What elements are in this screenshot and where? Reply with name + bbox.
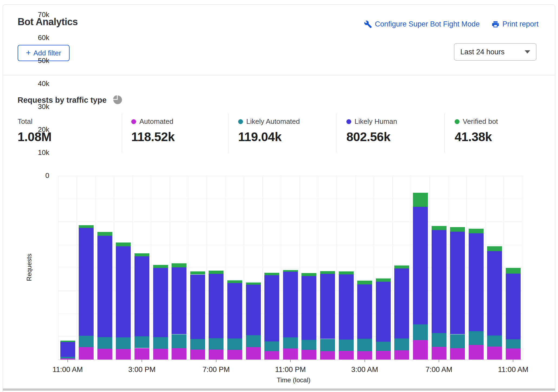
bar-segment-likely-automated[interactable] — [469, 331, 484, 345]
time-range-select[interactable]: Last 24 hours — [454, 43, 536, 61]
bar-segment-likely-human[interactable] — [487, 251, 502, 335]
bar-segment-verified-bot[interactable] — [339, 271, 354, 274]
bar-segment-verified-bot[interactable] — [172, 263, 186, 267]
bar-segment-likely-automated[interactable] — [339, 340, 354, 351]
bar-segment-likely-human[interactable] — [469, 233, 484, 331]
bar-segment-likely-human[interactable] — [227, 283, 242, 338]
bar-segment-automated[interactable] — [432, 347, 447, 360]
bar-segment-automated[interactable] — [153, 349, 168, 360]
bar-segment-verified-bot[interactable] — [506, 268, 521, 274]
bar-segment-verified-bot[interactable] — [227, 280, 242, 283]
bar-segment-likely-automated[interactable] — [283, 337, 298, 348]
bar-segment-verified-bot[interactable] — [283, 270, 298, 272]
bar-segment-likely-human[interactable] — [190, 275, 205, 339]
bar-segment-automated[interactable] — [394, 350, 409, 360]
bar-segment-likely-automated[interactable] — [301, 340, 316, 350]
bar-segment-verified-bot[interactable] — [264, 273, 279, 275]
bar-segment-automated[interactable] — [376, 351, 391, 360]
bar-segment-likely-automated[interactable] — [357, 339, 372, 351]
bar-segment-automated[interactable] — [264, 351, 279, 360]
bar-segment-automated[interactable] — [487, 347, 502, 360]
bar-segment-likely-human[interactable] — [376, 282, 391, 342]
bar-segment-likely-human[interactable] — [283, 272, 298, 337]
bar-segment-verified-bot[interactable] — [246, 283, 261, 285]
bar-segment-automated[interactable] — [339, 351, 354, 360]
bar-segment-verified-bot[interactable] — [469, 229, 484, 233]
bar-segment-likely-human[interactable] — [320, 274, 335, 339]
bar-segment-likely-human[interactable] — [301, 276, 316, 340]
bar-segment-likely-automated[interactable] — [432, 333, 447, 347]
bar-segment-likely-automated[interactable] — [172, 334, 186, 348]
bar-segment-likely-automated[interactable] — [153, 337, 168, 349]
bar-segment-automated[interactable] — [227, 350, 242, 360]
bar-segment-likely-human[interactable] — [413, 207, 428, 324]
bar-segment-automated[interactable] — [97, 349, 112, 360]
bar-segment-automated[interactable] — [469, 345, 484, 360]
bar-segment-likely-automated[interactable] — [246, 335, 261, 347]
bar-segment-likely-automated[interactable] — [450, 334, 465, 348]
bar-segment-likely-automated[interactable] — [190, 339, 205, 350]
bar-segment-verified-bot[interactable] — [487, 246, 502, 251]
bar-segment-verified-bot[interactable] — [357, 281, 372, 284]
bar-segment-likely-automated[interactable] — [320, 339, 335, 351]
bar-segment-verified-bot[interactable] — [432, 226, 447, 230]
bar-segment-verified-bot[interactable] — [394, 265, 409, 268]
bar-segment-verified-bot[interactable] — [153, 265, 168, 268]
bar-segment-automated[interactable] — [301, 350, 316, 360]
bar-segment-automated[interactable] — [190, 350, 205, 360]
bar-segment-likely-automated[interactable] — [394, 338, 409, 350]
bar-segment-likely-automated[interactable] — [227, 338, 242, 350]
bar-segment-likely-human[interactable] — [357, 284, 372, 339]
bar-segment-verified-bot[interactable] — [413, 193, 428, 207]
bar-segment-likely-automated[interactable] — [116, 337, 131, 349]
bar-segment-verified-bot[interactable] — [97, 232, 112, 236]
bar-segment-likely-automated[interactable] — [134, 336, 149, 348]
bar-segment-verified-bot[interactable] — [209, 271, 224, 274]
bar-segment-likely-human[interactable] — [209, 274, 224, 338]
bar-segment-likely-human[interactable] — [60, 342, 75, 357]
bar-segment-likely-automated[interactable] — [506, 339, 521, 348]
bar-segment-verified-bot[interactable] — [190, 271, 205, 275]
bar-segment-automated[interactable] — [506, 348, 521, 360]
bar-segment-likely-human[interactable] — [432, 230, 447, 333]
bar-segment-automated[interactable] — [172, 348, 186, 360]
bar-segment-likely-automated[interactable] — [264, 341, 279, 351]
bar-segment-automated[interactable] — [79, 347, 94, 360]
bar-segment-automated[interactable] — [357, 351, 372, 360]
bar-segment-likely-human[interactable] — [246, 285, 261, 335]
bar-segment-verified-bot[interactable] — [79, 225, 94, 228]
bar-segment-likely-human[interactable] — [172, 267, 186, 334]
bar-segment-likely-automated[interactable] — [97, 337, 112, 349]
bar-segment-likely-human[interactable] — [394, 268, 409, 338]
bar-segment-verified-bot[interactable] — [376, 278, 391, 282]
bar-segment-automated[interactable] — [320, 351, 335, 360]
bar-segment-verified-bot[interactable] — [116, 242, 131, 246]
bar-segment-automated[interactable] — [246, 347, 261, 360]
bar-segment-automated[interactable] — [413, 340, 428, 360]
bar-segment-verified-bot[interactable] — [60, 341, 75, 342]
bar-segment-likely-automated[interactable] — [209, 338, 224, 350]
bar-segment-likely-human[interactable] — [339, 274, 354, 340]
bar-segment-verified-bot[interactable] — [450, 227, 465, 232]
bar-segment-likely-human[interactable] — [506, 274, 521, 339]
bar-segment-likely-human[interactable] — [153, 268, 168, 337]
bar-segment-likely-automated[interactable] — [79, 336, 94, 347]
bar-segment-likely-human[interactable] — [264, 275, 279, 341]
bar-segment-automated[interactable] — [116, 349, 131, 360]
bar-segment-automated[interactable] — [450, 348, 465, 360]
bar-segment-automated[interactable] — [134, 348, 149, 360]
bar-segment-likely-human[interactable] — [97, 236, 112, 337]
print-report-link[interactable]: Print report — [491, 20, 539, 28]
bar-segment-likely-human[interactable] — [450, 232, 465, 334]
bar-segment-automated[interactable] — [209, 350, 224, 360]
bar-segment-verified-bot[interactable] — [301, 273, 316, 276]
configure-super-bot-fight-mode-link[interactable]: Configure Super Bot Fight Mode — [364, 20, 480, 28]
bar-segment-verified-bot[interactable] — [320, 271, 335, 274]
bar-segment-likely-human[interactable] — [116, 246, 131, 337]
bar-segment-likely-human[interactable] — [79, 228, 94, 336]
bar-segment-likely-human[interactable] — [134, 256, 149, 336]
bar-segment-likely-automated[interactable] — [376, 342, 391, 351]
bar-segment-verified-bot[interactable] — [134, 253, 149, 256]
bar-segment-likely-automated[interactable] — [413, 324, 428, 340]
bar-segment-likely-automated[interactable] — [60, 357, 75, 358]
